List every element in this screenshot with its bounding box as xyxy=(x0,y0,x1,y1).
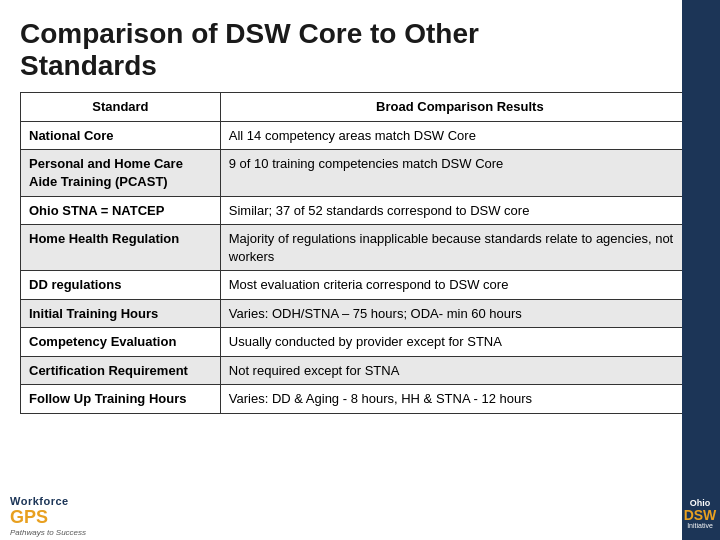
slide: Comparison of DSW Core to Other Standard… xyxy=(0,0,720,540)
table-cell-result: 9 of 10 training competencies match DSW … xyxy=(220,150,699,196)
bottom-bar: Workforce GPS Pathways to Success xyxy=(0,492,682,540)
right-sidebar: Ohio DSW Initiative xyxy=(682,0,720,540)
table-body: National CoreAll 14 competency areas mat… xyxy=(21,121,700,413)
table-row: Personal and Home Care Aide Training (PC… xyxy=(21,150,700,196)
table-row: Competency EvaluationUsually conducted b… xyxy=(21,328,700,357)
table-row: Certification RequirementNot required ex… xyxy=(21,356,700,385)
table-row: Initial Training HoursVaries: ODH/STNA –… xyxy=(21,299,700,328)
table-cell-result: Similar; 37 of 52 standards correspond t… xyxy=(220,196,699,225)
dsw-text: DSW xyxy=(682,508,718,522)
title-line1: Comparison of DSW Core to Other xyxy=(20,18,479,49)
table-cell-result: Varies: ODH/STNA – 75 hours; ODA- min 60… xyxy=(220,299,699,328)
ohio-dsw-logo: Ohio DSW Initiative xyxy=(682,498,718,530)
table-cell-standard: Personal and Home Care Aide Training (PC… xyxy=(21,150,221,196)
table-cell-standard: Ohio STNA = NATCEP xyxy=(21,196,221,225)
table-row: DD regulationsMost evaluation criteria c… xyxy=(21,271,700,300)
table-row: Ohio STNA = NATCEPSimilar; 37 of 52 stan… xyxy=(21,196,700,225)
initiative-text: Initiative xyxy=(682,522,718,530)
table-cell-result: Varies: DD & Aging - 8 hours, HH & STNA … xyxy=(220,385,699,414)
workforce-logo: Workforce GPS Pathways to Success xyxy=(10,495,86,537)
table-row: National CoreAll 14 competency areas mat… xyxy=(21,121,700,150)
table-cell-result: Not required except for STNA xyxy=(220,356,699,385)
gps-label: GPS xyxy=(10,507,48,528)
table-header: Standard Broad Comparison Results xyxy=(21,93,700,122)
table-cell-standard: Follow Up Training Hours xyxy=(21,385,221,414)
comparison-table: Standard Broad Comparison Results Nation… xyxy=(20,92,700,414)
col-header-standard: Standard xyxy=(21,93,221,122)
table-row: Follow Up Training HoursVaries: DD & Agi… xyxy=(21,385,700,414)
table-cell-standard: DD regulations xyxy=(21,271,221,300)
col-header-results: Broad Comparison Results xyxy=(220,93,699,122)
table-cell-standard: Home Health Regulation xyxy=(21,225,221,271)
table-cell-result: Most evaluation criteria correspond to D… xyxy=(220,271,699,300)
table-cell-standard: Competency Evaluation xyxy=(21,328,221,357)
table-row: Home Health RegulationMajority of regula… xyxy=(21,225,700,271)
title-line2: Standards xyxy=(20,50,157,81)
table-cell-result: Usually conducted by provider except for… xyxy=(220,328,699,357)
table-cell-standard: Initial Training Hours xyxy=(21,299,221,328)
table-cell-standard: Certification Requirement xyxy=(21,356,221,385)
workforce-label: Workforce xyxy=(10,495,69,507)
slide-title: Comparison of DSW Core to Other Standard… xyxy=(20,18,700,82)
table-cell-standard: National Core xyxy=(21,121,221,150)
table-cell-result: All 14 competency areas match DSW Core xyxy=(220,121,699,150)
table-cell-result: Majority of regulations inapplicable bec… xyxy=(220,225,699,271)
tagline-label: Pathways to Success xyxy=(10,528,86,537)
